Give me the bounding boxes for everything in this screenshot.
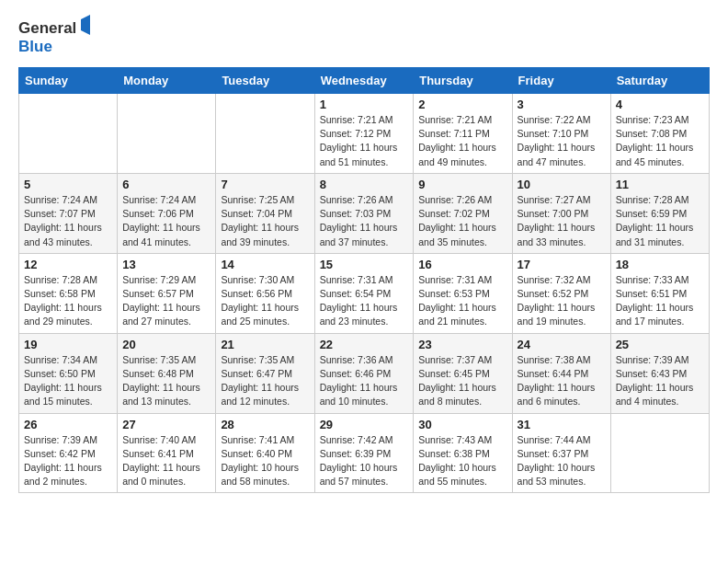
calendar-cell: [216, 94, 314, 174]
calendar-cell: 14Sunrise: 7:30 AM Sunset: 6:56 PM Dayli…: [216, 253, 314, 333]
calendar-cell: 30Sunrise: 7:43 AM Sunset: 6:38 PM Dayli…: [414, 413, 512, 493]
day-info: Sunrise: 7:35 AM Sunset: 6:47 PM Dayligh…: [221, 353, 309, 409]
day-number: 23: [418, 338, 506, 351]
calendar-cell: 15Sunrise: 7:31 AM Sunset: 6:54 PM Dayli…: [314, 253, 414, 333]
day-info: Sunrise: 7:24 AM Sunset: 7:07 PM Dayligh…: [24, 193, 112, 249]
calendar-cell: 1Sunrise: 7:21 AM Sunset: 7:12 PM Daylig…: [314, 94, 414, 174]
day-info: Sunrise: 7:37 AM Sunset: 6:45 PM Dayligh…: [418, 353, 506, 409]
weekday-header-thursday: Thursday: [414, 68, 512, 94]
day-number: 29: [320, 418, 409, 431]
day-info: Sunrise: 7:39 AM Sunset: 6:43 PM Dayligh…: [616, 353, 704, 409]
calendar-cell: [19, 94, 118, 174]
logo-icon: GeneralBlue: [18, 15, 92, 56]
day-info: Sunrise: 7:28 AM Sunset: 6:58 PM Dayligh…: [24, 273, 112, 329]
calendar-cell: 5Sunrise: 7:24 AM Sunset: 7:07 PM Daylig…: [19, 173, 118, 253]
day-info: Sunrise: 7:21 AM Sunset: 7:11 PM Dayligh…: [418, 113, 506, 169]
day-info: Sunrise: 7:27 AM Sunset: 7:00 PM Dayligh…: [518, 193, 606, 249]
day-number: 2: [418, 98, 506, 111]
weekday-header-friday: Friday: [512, 68, 610, 94]
calendar-cell: [118, 94, 216, 174]
day-number: 19: [24, 338, 112, 351]
calendar-cell: 28Sunrise: 7:41 AM Sunset: 6:40 PM Dayli…: [216, 413, 314, 493]
day-number: 11: [616, 178, 704, 191]
day-number: 5: [24, 178, 112, 191]
calendar-cell: [610, 413, 709, 493]
day-number: 8: [320, 178, 409, 191]
day-info: Sunrise: 7:34 AM Sunset: 6:50 PM Dayligh…: [24, 353, 112, 409]
day-info: Sunrise: 7:44 AM Sunset: 6:37 PM Dayligh…: [518, 433, 606, 489]
day-info: Sunrise: 7:42 AM Sunset: 6:39 PM Dayligh…: [320, 433, 409, 489]
calendar-cell: 16Sunrise: 7:31 AM Sunset: 6:53 PM Dayli…: [414, 253, 512, 333]
day-info: Sunrise: 7:31 AM Sunset: 6:54 PM Dayligh…: [320, 273, 409, 329]
calendar-cell: 8Sunrise: 7:26 AM Sunset: 7:03 PM Daylig…: [314, 173, 414, 253]
day-info: Sunrise: 7:35 AM Sunset: 6:48 PM Dayligh…: [122, 353, 210, 409]
calendar-cell: 29Sunrise: 7:42 AM Sunset: 6:39 PM Dayli…: [314, 413, 414, 493]
day-info: Sunrise: 7:38 AM Sunset: 6:44 PM Dayligh…: [518, 353, 606, 409]
day-number: 7: [221, 178, 309, 191]
day-info: Sunrise: 7:36 AM Sunset: 6:46 PM Dayligh…: [320, 353, 409, 409]
calendar-cell: 12Sunrise: 7:28 AM Sunset: 6:58 PM Dayli…: [19, 253, 118, 333]
day-number: 12: [24, 258, 112, 271]
day-number: 4: [616, 98, 704, 111]
calendar-week-row: 26Sunrise: 7:39 AM Sunset: 6:42 PM Dayli…: [19, 413, 710, 493]
calendar-cell: 10Sunrise: 7:27 AM Sunset: 7:00 PM Dayli…: [512, 173, 610, 253]
calendar-week-row: 19Sunrise: 7:34 AM Sunset: 6:50 PM Dayli…: [19, 333, 710, 413]
calendar-cell: 19Sunrise: 7:34 AM Sunset: 6:50 PM Dayli…: [19, 333, 118, 413]
calendar-cell: 26Sunrise: 7:39 AM Sunset: 6:42 PM Dayli…: [19, 413, 118, 493]
day-number: 21: [221, 338, 309, 351]
day-number: 26: [24, 418, 112, 431]
calendar-cell: 6Sunrise: 7:24 AM Sunset: 7:06 PM Daylig…: [118, 173, 216, 253]
day-info: Sunrise: 7:29 AM Sunset: 6:57 PM Dayligh…: [122, 273, 210, 329]
day-info: Sunrise: 7:32 AM Sunset: 6:52 PM Dayligh…: [518, 273, 606, 329]
day-info: Sunrise: 7:30 AM Sunset: 6:56 PM Dayligh…: [221, 273, 309, 329]
calendar-cell: 22Sunrise: 7:36 AM Sunset: 6:46 PM Dayli…: [314, 333, 414, 413]
calendar-cell: 21Sunrise: 7:35 AM Sunset: 6:47 PM Dayli…: [216, 333, 314, 413]
calendar-cell: 20Sunrise: 7:35 AM Sunset: 6:48 PM Dayli…: [118, 333, 216, 413]
weekday-header-saturday: Saturday: [610, 68, 709, 94]
day-info: Sunrise: 7:21 AM Sunset: 7:12 PM Dayligh…: [320, 113, 409, 169]
day-info: Sunrise: 7:28 AM Sunset: 6:59 PM Dayligh…: [616, 193, 704, 249]
weekday-header-tuesday: Tuesday: [216, 68, 314, 94]
day-info: Sunrise: 7:40 AM Sunset: 6:41 PM Dayligh…: [122, 433, 210, 489]
day-number: 13: [122, 258, 210, 271]
day-info: Sunrise: 7:26 AM Sunset: 7:02 PM Dayligh…: [418, 193, 506, 249]
calendar-week-row: 1Sunrise: 7:21 AM Sunset: 7:12 PM Daylig…: [19, 94, 710, 174]
day-number: 6: [122, 178, 210, 191]
calendar-cell: 3Sunrise: 7:22 AM Sunset: 7:10 PM Daylig…: [512, 94, 610, 174]
calendar-cell: 9Sunrise: 7:26 AM Sunset: 7:02 PM Daylig…: [414, 173, 512, 253]
day-info: Sunrise: 7:24 AM Sunset: 7:06 PM Dayligh…: [122, 193, 210, 249]
calendar-cell: 23Sunrise: 7:37 AM Sunset: 6:45 PM Dayli…: [414, 333, 512, 413]
calendar-cell: 7Sunrise: 7:25 AM Sunset: 7:04 PM Daylig…: [216, 173, 314, 253]
day-info: Sunrise: 7:39 AM Sunset: 6:42 PM Dayligh…: [24, 433, 112, 489]
calendar-week-row: 5Sunrise: 7:24 AM Sunset: 7:07 PM Daylig…: [19, 173, 710, 253]
svg-marker-2: [81, 15, 90, 35]
day-number: 1: [320, 98, 409, 111]
header: GeneralBlue: [18, 15, 710, 56]
svg-text:General: General: [18, 19, 76, 37]
calendar-cell: 11Sunrise: 7:28 AM Sunset: 6:59 PM Dayli…: [610, 173, 709, 253]
day-number: 28: [221, 418, 309, 431]
day-number: 10: [518, 178, 606, 191]
logo: GeneralBlue: [18, 15, 92, 56]
day-number: 27: [122, 418, 210, 431]
calendar-cell: 24Sunrise: 7:38 AM Sunset: 6:44 PM Dayli…: [512, 333, 610, 413]
day-number: 17: [518, 258, 606, 271]
day-info: Sunrise: 7:23 AM Sunset: 7:08 PM Dayligh…: [616, 113, 704, 169]
day-info: Sunrise: 7:33 AM Sunset: 6:51 PM Dayligh…: [616, 273, 704, 329]
day-number: 18: [616, 258, 704, 271]
day-info: Sunrise: 7:25 AM Sunset: 7:04 PM Dayligh…: [221, 193, 309, 249]
day-number: 3: [518, 98, 606, 111]
day-number: 16: [418, 258, 506, 271]
weekday-header-sunday: Sunday: [19, 68, 118, 94]
day-number: 24: [518, 338, 606, 351]
day-number: 20: [122, 338, 210, 351]
calendar-cell: 27Sunrise: 7:40 AM Sunset: 6:41 PM Dayli…: [118, 413, 216, 493]
svg-text:Blue: Blue: [18, 38, 52, 55]
weekday-header-row: SundayMondayTuesdayWednesdayThursdayFrid…: [19, 68, 710, 94]
calendar-cell: 25Sunrise: 7:39 AM Sunset: 6:43 PM Dayli…: [610, 333, 709, 413]
day-info: Sunrise: 7:31 AM Sunset: 6:53 PM Dayligh…: [418, 273, 506, 329]
calendar-cell: 17Sunrise: 7:32 AM Sunset: 6:52 PM Dayli…: [512, 253, 610, 333]
calendar-week-row: 12Sunrise: 7:28 AM Sunset: 6:58 PM Dayli…: [19, 253, 710, 333]
calendar-cell: 13Sunrise: 7:29 AM Sunset: 6:57 PM Dayli…: [118, 253, 216, 333]
weekday-header-wednesday: Wednesday: [314, 68, 414, 94]
